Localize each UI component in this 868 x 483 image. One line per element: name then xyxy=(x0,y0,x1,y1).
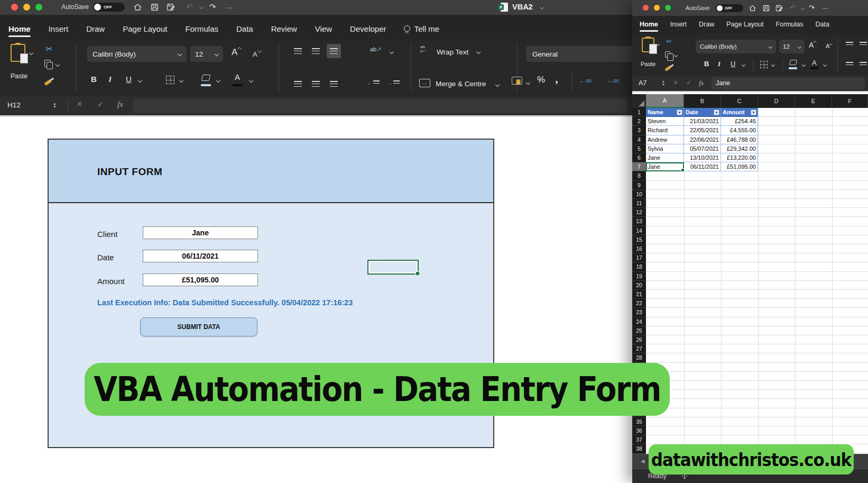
row-header-17[interactable]: 17 xyxy=(632,253,646,262)
merge-centre-button[interactable]: Merge & Centre xyxy=(436,80,486,88)
row-header-21[interactable]: 21 xyxy=(632,290,646,299)
paste-label[interactable]: Paste xyxy=(638,61,659,67)
underline-chevron-icon[interactable] xyxy=(138,78,142,83)
undo-icon[interactable]: ↶ xyxy=(790,4,796,12)
table-cell[interactable]: Richard xyxy=(646,126,684,135)
table-cell[interactable]: £13,220.00 xyxy=(721,153,758,162)
grow-font-button[interactable]: A xyxy=(809,41,816,49)
fill-color-chevron-icon[interactable] xyxy=(802,63,806,67)
minimize-button[interactable] xyxy=(654,5,660,11)
tab-tell-me[interactable]: Tell me xyxy=(404,24,439,40)
row-header-7[interactable]: 7 xyxy=(632,162,646,171)
borders-chevron-icon[interactable] xyxy=(179,78,183,83)
formula-input[interactable]: Jane xyxy=(712,77,865,89)
font-name-select[interactable]: Calibri (Body) xyxy=(696,40,776,53)
insert-function-icon[interactable]: fx xyxy=(699,79,704,87)
filter-icon[interactable]: ▼ xyxy=(677,110,682,115)
table-header-date[interactable]: Date▼ xyxy=(684,108,721,117)
orientation-icon[interactable]: ab↗ xyxy=(370,46,381,53)
align-left-icon[interactable] xyxy=(846,62,853,67)
autosave-toggle[interactable]: OFF xyxy=(716,4,743,12)
align-center-icon[interactable] xyxy=(860,62,867,67)
date-field-input[interactable]: 06/11/2021 xyxy=(143,250,258,262)
shrink-font-button[interactable]: A xyxy=(253,49,261,58)
tab-draw[interactable]: Draw xyxy=(86,24,105,40)
font-size-select[interactable]: 12 xyxy=(779,40,805,53)
table-cell[interactable]: £29,342.00 xyxy=(721,144,758,153)
row-header-8[interactable]: 8 xyxy=(632,171,646,180)
table-cell[interactable]: £46,788.00 xyxy=(721,135,758,144)
underline-button[interactable]: U xyxy=(126,75,132,84)
row-header-22[interactable]: 22 xyxy=(632,299,646,308)
column-header-C[interactable]: C xyxy=(721,94,758,108)
cancel-icon[interactable]: × xyxy=(673,78,678,87)
submit-data-button[interactable]: SUBMIT DATA xyxy=(140,317,257,336)
tab-data[interactable]: Data xyxy=(236,24,253,40)
row-header-10[interactable]: 10 xyxy=(632,190,646,199)
shrink-font-button[interactable]: A xyxy=(826,42,832,49)
document-title[interactable]: VBA2 xyxy=(512,3,533,11)
undo-chevron-icon[interactable] xyxy=(801,6,805,10)
row-header-20[interactable]: 20 xyxy=(632,281,646,290)
zoom-button[interactable] xyxy=(35,4,42,11)
table-cell[interactable]: £4,555.00 xyxy=(721,126,758,135)
home-icon[interactable] xyxy=(133,3,142,12)
tab-home[interactable]: Home xyxy=(640,21,658,34)
tab-formulas[interactable]: Formulas xyxy=(185,24,218,40)
cancel-icon[interactable]: × xyxy=(77,99,82,109)
enter-icon[interactable]: ✓ xyxy=(686,79,691,86)
paste-icon[interactable] xyxy=(642,38,654,52)
increase-indent-icon[interactable]: → xyxy=(387,80,400,86)
tab-home[interactable]: Home xyxy=(8,24,31,40)
row-header-12[interactable]: 12 xyxy=(632,208,646,217)
row-header-15[interactable]: 15 xyxy=(632,235,646,244)
table-cell[interactable]: 22/06/2021 xyxy=(684,135,721,144)
fill-color-icon[interactable] xyxy=(789,60,797,65)
italic-button[interactable]: I xyxy=(109,75,111,84)
undo-icon[interactable]: ↶ xyxy=(186,2,193,12)
minimize-button[interactable] xyxy=(23,4,30,11)
row-header-24[interactable]: 24 xyxy=(632,317,646,326)
close-button[interactable] xyxy=(11,4,18,11)
fill-color-icon[interactable] xyxy=(201,75,211,81)
row-header-2[interactable]: 2 xyxy=(632,117,646,126)
row-header-38[interactable]: 38 xyxy=(632,444,646,453)
wrap-text-button[interactable]: Wrap Text xyxy=(437,48,468,56)
row-header-26[interactable]: 26 xyxy=(632,335,646,344)
row-header-18[interactable]: 18 xyxy=(632,262,646,271)
italic-button[interactable]: I xyxy=(718,60,721,68)
cut-icon[interactable]: ✂ xyxy=(45,44,52,54)
filter-icon[interactable]: ▼ xyxy=(751,110,756,115)
align-top-icon[interactable] xyxy=(294,48,302,54)
bold-button[interactable]: B xyxy=(91,75,97,84)
scroll-left-icon[interactable]: ◀ xyxy=(641,458,645,464)
decrease-decimal-icon[interactable]: →.00 xyxy=(607,78,619,84)
row-header-28[interactable]: 28 xyxy=(632,353,646,362)
copy-chevron-icon[interactable] xyxy=(56,62,60,67)
column-header-D[interactable]: D xyxy=(758,94,795,108)
font-color-chevron-icon[interactable] xyxy=(823,63,827,67)
amount-field-input[interactable]: £51,095.00 xyxy=(143,274,258,286)
save-icon[interactable] xyxy=(762,4,770,12)
underline-chevron-icon[interactable] xyxy=(742,63,745,67)
bold-button[interactable]: B xyxy=(704,60,709,68)
copy-icon[interactable] xyxy=(665,51,670,58)
borders-icon[interactable] xyxy=(760,61,768,68)
table-cell[interactable]: Andrew xyxy=(646,135,684,144)
table-cell[interactable]: £254.45 xyxy=(721,117,758,126)
tab-formulas[interactable]: Formulas xyxy=(775,21,803,34)
tab-review[interactable]: Review xyxy=(271,24,297,40)
copy-icon[interactable] xyxy=(44,60,51,67)
column-header-A[interactable]: A xyxy=(646,94,684,108)
autosave-toggle[interactable]: OFF xyxy=(93,3,125,12)
table-cell[interactable]: 06/11/2021 xyxy=(684,162,721,171)
cut-icon[interactable]: ✂ xyxy=(666,38,672,45)
fill-handle[interactable] xyxy=(681,168,685,172)
wrap-text-chevron-icon[interactable] xyxy=(476,50,481,54)
fill-color-chevron-icon[interactable] xyxy=(216,78,220,83)
table-cell[interactable]: 21/03/2021 xyxy=(684,117,721,126)
font-color-chevron-icon[interactable] xyxy=(249,78,253,83)
name-box[interactable]: H12 xyxy=(7,101,21,109)
column-header-F[interactable]: F xyxy=(832,94,868,108)
client-field-input[interactable]: Jane xyxy=(143,226,258,239)
